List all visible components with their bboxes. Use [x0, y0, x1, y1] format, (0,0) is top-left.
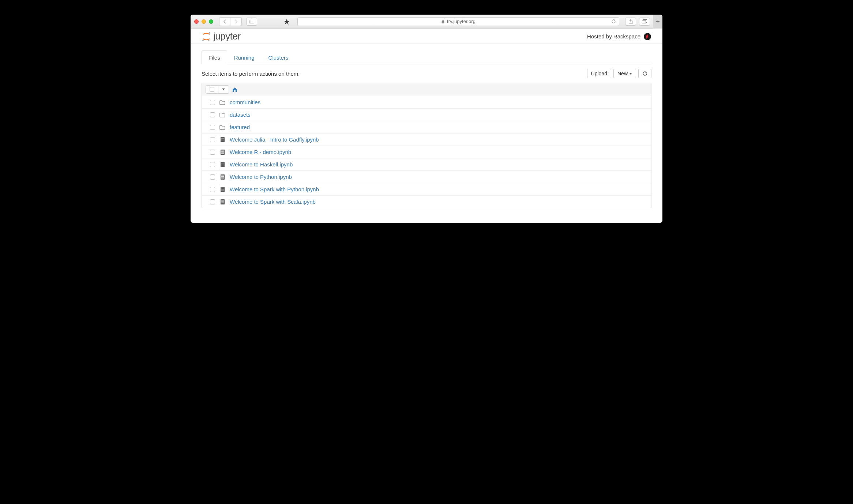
tab-clusters[interactable]: Clusters — [262, 50, 296, 64]
svg-rect-2 — [442, 21, 444, 23]
row-checkbox[interactable] — [210, 112, 215, 117]
url-text: try.jupyter.org — [447, 19, 476, 24]
file-name-link[interactable]: Welcome Julia - Intro to Gadfly.ipynb — [230, 136, 319, 143]
folder-icon — [219, 112, 225, 118]
upload-button[interactable]: Upload — [587, 69, 611, 78]
svg-point-6 — [202, 40, 204, 41]
file-name-link[interactable]: Welcome to Haskell.ipynb — [230, 161, 293, 168]
hosted-by: Hosted by Rackspace — [587, 33, 651, 41]
url-bar[interactable]: try.jupyter.org — [297, 17, 619, 26]
file-row: Welcome to Spark with Scala.ipynb — [202, 196, 651, 208]
browser-titlebar: try.jupyter.org + — [191, 15, 662, 29]
file-name-link[interactable]: communities — [230, 99, 260, 105]
rackspace-icon — [643, 33, 651, 41]
file-row: Welcome to Haskell.ipynb — [202, 158, 651, 171]
row-checkbox[interactable] — [210, 137, 215, 142]
file-name-link[interactable]: datasets — [230, 112, 251, 118]
svg-rect-0 — [249, 20, 254, 23]
row-checkbox[interactable] — [210, 150, 215, 155]
new-tab-button[interactable]: + — [653, 15, 662, 29]
notebook-icon — [219, 162, 225, 168]
file-row: Welcome Julia - Intro to Gadfly.ipynb — [202, 133, 651, 146]
new-button[interactable]: New — [613, 69, 636, 78]
file-name-link[interactable]: Welcome to Spark with Scala.ipynb — [230, 199, 316, 205]
jupyter-logo[interactable]: jupyter — [202, 31, 241, 42]
folder-icon — [219, 124, 225, 130]
refresh-icon — [642, 71, 647, 76]
share-button[interactable] — [625, 18, 636, 26]
file-row: featured — [202, 121, 651, 133]
select-dropdown[interactable] — [218, 86, 229, 93]
jupyter-logo-text: jupyter — [213, 31, 241, 42]
notebook-icon — [219, 199, 225, 205]
extension-icon[interactable] — [282, 18, 292, 26]
action-hint: Select items to perform actions on them. — [202, 71, 300, 77]
lock-icon — [441, 19, 445, 24]
select-all-group — [206, 85, 229, 94]
tabs: FilesRunningClusters — [202, 50, 651, 64]
maximize-window-button[interactable] — [209, 19, 213, 24]
caret-down-icon — [629, 73, 632, 75]
notebook-icon — [219, 187, 225, 192]
file-name-link[interactable]: Welcome R - demo.ipynb — [230, 149, 291, 155]
file-row: Welcome R - demo.ipynb — [202, 146, 651, 158]
sidebar-toggle-button[interactable] — [246, 18, 257, 26]
file-row: Welcome to Python.ipynb — [202, 171, 651, 183]
notebook-icon — [219, 137, 225, 143]
row-checkbox[interactable] — [210, 125, 215, 130]
content: FilesRunningClusters Select items to per… — [191, 50, 662, 223]
breadcrumb-row — [202, 83, 651, 96]
file-name-link[interactable]: featured — [230, 124, 250, 130]
file-row: communities — [202, 96, 651, 109]
reload-icon[interactable] — [611, 19, 616, 24]
close-window-button[interactable] — [194, 19, 199, 24]
svg-point-5 — [209, 32, 210, 34]
toolbar-row: Select items to perform actions on them.… — [202, 69, 651, 78]
nav-group — [219, 17, 242, 26]
file-name-link[interactable]: Welcome to Spark with Python.ipynb — [230, 186, 319, 192]
row-checkbox[interactable] — [210, 187, 215, 192]
jupyter-logo-icon — [202, 31, 211, 42]
refresh-button[interactable] — [638, 69, 651, 78]
row-checkbox[interactable] — [210, 199, 215, 204]
file-row: datasets — [202, 109, 651, 121]
toolbar-buttons: Upload New — [587, 69, 651, 78]
svg-rect-4 — [642, 20, 646, 23]
svg-point-7 — [208, 40, 210, 41]
browser-right-tools — [625, 18, 650, 26]
browser-window: try.jupyter.org + jupyter — [191, 15, 662, 223]
jupyter-header: jupyter Hosted by Rackspace — [191, 29, 662, 44]
tab-running[interactable]: Running — [227, 50, 262, 64]
file-name-link[interactable]: Welcome to Python.ipynb — [230, 174, 292, 180]
home-icon — [232, 87, 238, 92]
notebook-icon — [219, 174, 225, 180]
file-list: communitiesdatasetsfeaturedWelcome Julia… — [202, 83, 651, 208]
row-checkbox[interactable] — [210, 100, 215, 105]
notebook-icon — [219, 149, 225, 155]
breadcrumb-home[interactable] — [232, 87, 238, 92]
folder-icon — [219, 99, 225, 105]
forward-button[interactable] — [230, 18, 241, 26]
caret-down-icon — [222, 89, 225, 90]
tabs-button[interactable] — [639, 18, 650, 26]
row-checkbox[interactable] — [210, 162, 215, 167]
tab-files[interactable]: Files — [202, 50, 227, 64]
hosted-by-text: Hosted by Rackspace — [587, 33, 640, 40]
traffic-lights — [194, 19, 213, 24]
select-all-checkbox[interactable] — [206, 86, 218, 93]
back-button[interactable] — [219, 18, 230, 26]
row-checkbox[interactable] — [210, 174, 215, 180]
minimize-window-button[interactable] — [202, 19, 206, 24]
file-row: Welcome to Spark with Python.ipynb — [202, 183, 651, 196]
